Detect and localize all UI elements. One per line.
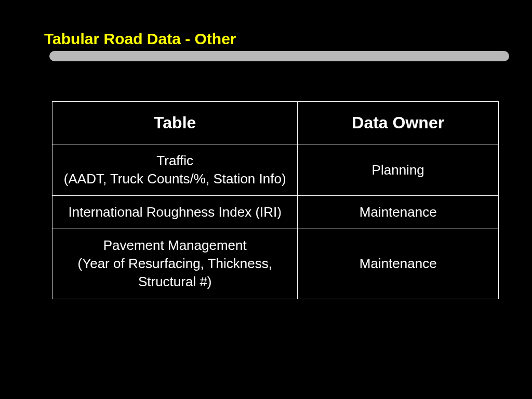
- cell-line: (Year of Resurfacing, Thickness,: [62, 255, 288, 273]
- column-header-owner: Data Owner: [298, 102, 499, 144]
- cell-line: (AADT, Truck Counts/%, Station Info): [62, 170, 288, 188]
- title-underline-bar: [49, 51, 509, 61]
- table-row: Traffic (AADT, Truck Counts/%, Station I…: [52, 144, 499, 196]
- cell-line: Traffic: [62, 152, 288, 170]
- table-row: International Roughness Index (IRI) Main…: [52, 196, 499, 229]
- cell-table-name: International Roughness Index (IRI): [52, 196, 298, 229]
- column-header-table: Table: [52, 102, 298, 144]
- table-header-row: Table Data Owner: [52, 102, 499, 144]
- table-row: Pavement Management (Year of Resurfacing…: [52, 229, 499, 299]
- cell-line: International Roughness Index (IRI): [62, 203, 288, 221]
- slide: Tabular Road Data - Other Table Data Own…: [0, 0, 532, 399]
- road-data-table: Table Data Owner Traffic (AADT, Truck Co…: [52, 101, 499, 299]
- cell-data-owner: Maintenance: [298, 229, 499, 299]
- cell-table-name: Traffic (AADT, Truck Counts/%, Station I…: [52, 144, 298, 196]
- cell-line: Structural #): [62, 273, 288, 291]
- cell-data-owner: Planning: [298, 144, 499, 196]
- slide-title: Tabular Road Data - Other: [44, 30, 236, 48]
- cell-table-name: Pavement Management (Year of Resurfacing…: [52, 229, 298, 299]
- cell-data-owner: Maintenance: [298, 196, 499, 229]
- cell-line: Pavement Management: [62, 236, 288, 255]
